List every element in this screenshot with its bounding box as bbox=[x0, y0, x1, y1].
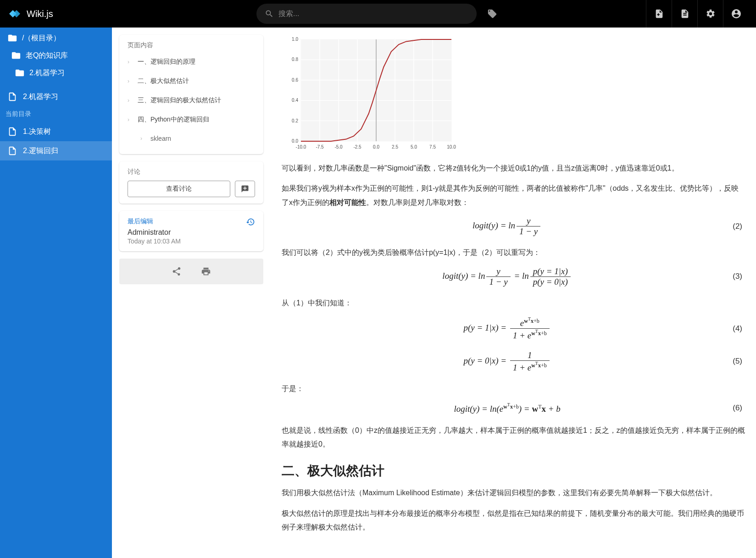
last-edit-time: Today at 10:03 AM bbox=[128, 238, 255, 245]
eq-number: (5) bbox=[733, 357, 745, 366]
paragraph: 也就是说，线性函数（0）中z的值越接近正无穷，几率越大，样本属于正例的概率值就越… bbox=[282, 424, 745, 452]
svg-text:2.5: 2.5 bbox=[392, 144, 398, 149]
settings-icon[interactable] bbox=[697, 0, 723, 28]
logo-section[interactable]: Wiki.js bbox=[7, 6, 113, 21]
toc-item-3[interactable]: ›三、逻辑回归的极大似然估计 bbox=[119, 91, 263, 110]
chevron-right-icon: › bbox=[140, 135, 146, 142]
eq-number: (2) bbox=[733, 222, 745, 231]
paragraph: 极大似然估计的原理是找出与样本分布最接近的概率分布模型，似然是指在已知结果的前提… bbox=[282, 507, 745, 535]
wikijs-logo-icon bbox=[7, 6, 22, 21]
paragraph: 从（1）中我们知道： bbox=[282, 296, 745, 310]
last-edit-title: 最后编辑 bbox=[128, 217, 255, 226]
folder-icon bbox=[7, 33, 17, 43]
breadcrumb-root[interactable]: /（根目录） bbox=[0, 29, 112, 47]
chevron-right-icon: › bbox=[128, 97, 133, 104]
toc-item-label: sklearn bbox=[150, 135, 171, 142]
search-icon bbox=[265, 9, 274, 18]
view-discuss-button[interactable]: 查看讨论 bbox=[128, 181, 230, 197]
equation-2: logit(y) = lny1 − y (2) bbox=[282, 216, 745, 237]
breadcrumb-label: 老Q的知识库 bbox=[26, 51, 68, 61]
account-icon[interactable] bbox=[723, 0, 749, 28]
toc-item-5[interactable]: ›sklearn bbox=[119, 129, 263, 148]
paragraph: 可以看到，对数几率函数是一种"Sigmoid"函数，它将z值转化为一个接近0或1… bbox=[282, 161, 745, 175]
article-content: -10.0-7.5-5.0-2.50.02.55.07.510.00.00.20… bbox=[271, 28, 756, 558]
breadcrumb-level2[interactable]: 2.机器学习 bbox=[0, 64, 112, 82]
breadcrumb-label: 2.机器学习 bbox=[29, 68, 65, 78]
share-icon[interactable] bbox=[169, 264, 184, 279]
equation-3: logit(y) = lny1 − y = lnp(y = 1|x)p(y = … bbox=[282, 266, 745, 287]
eq-number: (3) bbox=[733, 272, 745, 281]
page-label: 1.决策树 bbox=[23, 127, 51, 137]
svg-text:10.0: 10.0 bbox=[447, 144, 456, 149]
breadcrumb-label: /（根目录） bbox=[22, 33, 61, 43]
site-title: Wiki.js bbox=[27, 9, 53, 19]
toc-item-2[interactable]: ›二、极大似然估计 bbox=[119, 72, 263, 91]
app-header: Wiki.js bbox=[0, 0, 756, 28]
tag-icon[interactable] bbox=[482, 4, 502, 24]
sidebar-page-1[interactable]: 1.决策树 bbox=[0, 122, 112, 141]
section-heading-2: 二、极大似然估计 bbox=[282, 462, 745, 480]
new-comment-button[interactable] bbox=[235, 181, 255, 197]
equation-6: logit(y) = ln(ewTx+b) = wTx + b (6) bbox=[282, 402, 745, 414]
svg-text:-10.0: -10.0 bbox=[296, 144, 306, 149]
breadcrumb-level1[interactable]: 老Q的知识库 bbox=[0, 47, 112, 64]
folder-icon bbox=[15, 68, 25, 78]
chevron-right-icon: › bbox=[128, 78, 133, 84]
section-page-link[interactable]: 2.机器学习 bbox=[0, 87, 112, 106]
document-icon bbox=[7, 92, 17, 102]
page-label: 2.逻辑回归 bbox=[23, 146, 58, 156]
search-input[interactable] bbox=[278, 10, 468, 18]
toc-title: 页面内容 bbox=[119, 41, 263, 52]
last-edit-card: 最后编辑 Administrator Today at 10:03 AM bbox=[119, 211, 263, 251]
toc-card: 页面内容 ›一、逻辑回归的原理 ›二、极大似然估计 ›三、逻辑回归的极大似然估计… bbox=[119, 35, 263, 154]
chevron-right-icon: › bbox=[128, 59, 133, 65]
edit-page-icon[interactable] bbox=[672, 0, 697, 28]
share-row bbox=[119, 259, 263, 284]
paragraph: 我们用极大似然估计法（Maximum Likelihood Estimate）来… bbox=[282, 486, 745, 500]
paragraph: 我们可以将（2）式中的y视为类后验概率估计p(y=1|x)，于是（2）可以重写为… bbox=[282, 246, 745, 260]
paragraph: 如果我们将y视为样本x作为正例的可能性，则1-y就是其作为反例的可能性，两者的比… bbox=[282, 182, 745, 210]
section-page-label: 2.机器学习 bbox=[23, 92, 58, 102]
header-actions bbox=[646, 0, 749, 28]
toc-item-4[interactable]: ›四、Python中的逻辑回归 bbox=[119, 110, 263, 129]
toc-item-label: 四、Python中的逻辑回归 bbox=[138, 116, 209, 124]
chevron-right-icon: › bbox=[128, 116, 133, 123]
svg-text:-5.0: -5.0 bbox=[334, 144, 343, 149]
equation-5: p(y = 0|x) = 11 + ewTx+b (5) bbox=[282, 350, 745, 373]
sidebar-page-2[interactable]: 2.逻辑回归 bbox=[0, 141, 112, 160]
toc-item-label: 二、极大似然估计 bbox=[138, 77, 189, 85]
eq-number: (6) bbox=[733, 403, 745, 413]
toc-item-1[interactable]: ›一、逻辑回归的原理 bbox=[119, 52, 263, 72]
paragraph: 于是： bbox=[282, 382, 745, 396]
toc-item-label: 三、逻辑回归的极大似然估计 bbox=[138, 96, 221, 105]
folder-icon bbox=[11, 50, 21, 61]
svg-text:1.0: 1.0 bbox=[292, 37, 298, 42]
document-icon bbox=[7, 146, 17, 156]
toc-item-label: 一、逻辑回归的原理 bbox=[138, 58, 195, 66]
search-box[interactable] bbox=[256, 4, 477, 24]
eq-number: (4) bbox=[733, 324, 745, 333]
print-icon[interactable] bbox=[199, 264, 213, 279]
sigmoid-chart: -10.0-7.5-5.0-2.50.02.55.07.510.00.00.20… bbox=[282, 35, 456, 154]
svg-text:0.6: 0.6 bbox=[292, 77, 298, 83]
svg-text:-2.5: -2.5 bbox=[353, 144, 361, 149]
svg-text:0.0: 0.0 bbox=[373, 144, 379, 149]
svg-text:7.5: 7.5 bbox=[429, 144, 436, 149]
comment-plus-icon bbox=[241, 185, 249, 193]
current-dir-label: 当前目录 bbox=[0, 106, 112, 122]
svg-text:-7.5: -7.5 bbox=[316, 144, 324, 149]
svg-text:0.0: 0.0 bbox=[292, 138, 298, 144]
last-edit-user: Administrator bbox=[128, 228, 255, 237]
svg-text:0.4: 0.4 bbox=[292, 98, 298, 103]
document-icon bbox=[7, 127, 17, 137]
history-icon[interactable] bbox=[246, 217, 255, 227]
sidebar: /（根目录） 老Q的知识库 2.机器学习 2.机器学习 当前目录 1.决策树 bbox=[0, 28, 112, 558]
svg-text:5.0: 5.0 bbox=[411, 144, 417, 149]
svg-text:0.8: 0.8 bbox=[292, 57, 298, 62]
svg-text:0.2: 0.2 bbox=[292, 118, 298, 123]
discuss-card: 讨论 查看讨论 bbox=[119, 161, 263, 204]
new-page-icon[interactable] bbox=[646, 0, 672, 28]
equation-4: p(y = 1|x) = ewTx+b1 + ewTx+b (4) bbox=[282, 316, 745, 341]
left-column: 页面内容 ›一、逻辑回归的原理 ›二、极大似然估计 ›三、逻辑回归的极大似然估计… bbox=[112, 28, 271, 558]
discuss-title: 讨论 bbox=[128, 168, 255, 176]
